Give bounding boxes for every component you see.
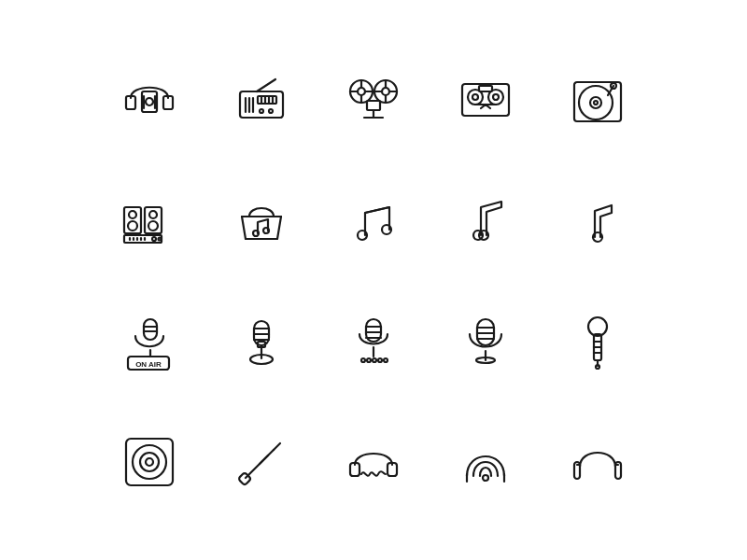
speaker-box-icon [93,401,205,523]
music-notes-double-icon [317,159,430,280]
cassette-tape-icon [430,37,542,159]
svg-point-46 [129,211,136,218]
svg-line-109 [274,443,280,450]
svg-point-35 [472,94,478,100]
radio-icon [205,37,317,159]
svg-point-37 [493,94,499,100]
vinyl-turntable-icon [542,37,654,159]
svg-point-88 [373,358,376,362]
svg-point-19 [358,88,365,95]
svg-rect-38 [479,86,492,91]
svg-point-58 [159,238,162,241]
svg-point-60 [253,231,259,236]
mic-vintage-stand-icon [205,280,317,401]
svg-point-41 [590,97,601,108]
headphones-simple-icon [542,401,654,523]
svg-point-57 [152,237,156,241]
svg-point-106 [140,453,159,471]
audio-jack-icon [205,401,317,523]
svg-point-47 [128,221,137,231]
svg-line-6 [257,79,275,91]
svg-text:ON AIR: ON AIR [135,360,162,369]
mic-on-air-icon: ON AIR [93,280,205,401]
svg-point-49 [149,211,157,218]
svg-point-107 [146,458,153,466]
svg-point-115 [483,475,488,481]
music-note-small-icon [542,159,654,280]
svg-point-89 [378,358,382,362]
svg-line-111 [260,460,263,464]
headphones-wave-icon [317,401,430,523]
svg-rect-30 [367,101,380,110]
music-note-single-icon [430,159,542,280]
headphones-player-icon [93,37,205,159]
svg-point-25 [382,88,389,95]
svg-point-50 [148,221,158,231]
mic-handheld-icon [542,280,654,401]
mic-vintage-clip-icon [430,280,542,401]
svg-point-17 [269,109,273,113]
svg-point-86 [361,358,365,362]
wifi-signal-icon [430,401,542,523]
svg-point-61 [263,228,269,233]
svg-point-16 [260,109,263,113]
stereo-speaker-icon [93,159,205,280]
svg-point-42 [594,101,598,105]
svg-point-40 [579,86,613,119]
music-basket-icon [205,159,317,280]
svg-rect-68 [144,319,157,340]
svg-line-64 [365,207,389,213]
svg-point-87 [367,358,371,362]
svg-line-110 [264,455,268,459]
icon-grid: ON AIR [93,37,654,523]
svg-point-105 [133,445,166,479]
svg-point-90 [384,358,388,362]
film-projector-icon [317,37,430,159]
mic-modern-stand-icon [317,280,430,401]
svg-point-3 [146,98,153,105]
